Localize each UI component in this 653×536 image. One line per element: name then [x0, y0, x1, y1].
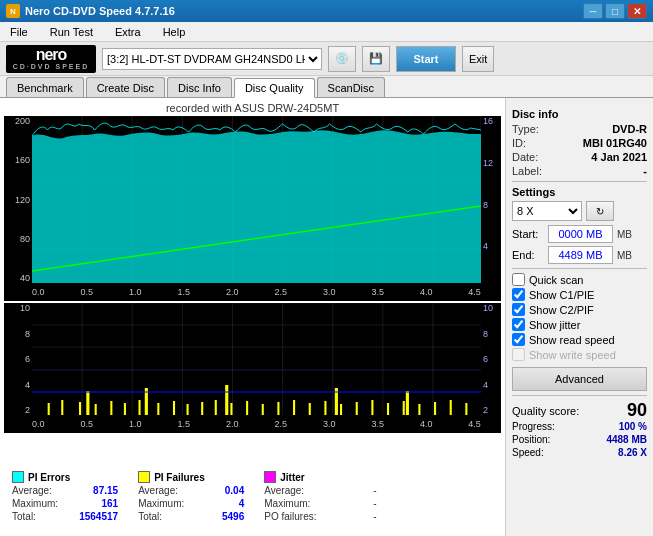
right-panel: Disc info Type: DVD-R ID: MBI 01RG40 Dat… [505, 98, 653, 536]
main-content: recorded with ASUS DRW-24D5MT 200 160 12… [0, 98, 653, 536]
svg-rect-31 [95, 404, 97, 415]
pi-errors-label: PI Errors [28, 472, 70, 483]
label-label: Label: [512, 165, 542, 177]
pi-failures-color [138, 471, 150, 483]
start-label: Start: [512, 228, 544, 240]
position-label: Position: [512, 434, 550, 445]
disc-eject-button[interactable]: 💿 [328, 46, 356, 72]
end-mb: MB [617, 250, 632, 261]
tab-create-disc[interactable]: Create Disc [86, 77, 165, 97]
svg-rect-34 [139, 400, 141, 415]
save-icon: 💾 [369, 52, 383, 65]
show-jitter-row: Show jitter [512, 318, 647, 331]
quality-score-value: 90 [627, 400, 647, 421]
divider-2 [512, 268, 647, 269]
tab-bar: Benchmark Create Disc Disc Info Disc Qua… [0, 76, 653, 98]
svg-rect-32 [110, 401, 112, 415]
pi-errors-total-value: 1564517 [68, 511, 118, 522]
show-jitter-checkbox[interactable] [512, 318, 525, 331]
refresh-button[interactable]: ↻ [586, 201, 614, 221]
svg-rect-40 [230, 403, 232, 415]
menu-extra[interactable]: Extra [109, 24, 147, 40]
top-chart: 200 160 120 80 40 16 12 8 4 [4, 116, 501, 301]
advanced-button[interactable]: Advanced [512, 367, 647, 391]
menu-run-test[interactable]: Run Test [44, 24, 99, 40]
type-row: Type: DVD-R [512, 123, 647, 135]
bottom-x-axis: 0.0 0.5 1.0 1.5 2.0 2.5 3.0 3.5 4.0 4.5 [32, 415, 481, 433]
start-field-row: Start: MB [512, 225, 647, 243]
maximize-button[interactable]: □ [605, 3, 625, 19]
menu-file[interactable]: File [4, 24, 34, 40]
end-input[interactable] [548, 246, 613, 264]
position-value: 4488 MB [606, 434, 647, 445]
show-c1-checkbox[interactable] [512, 288, 525, 301]
progress-label: Progress: [512, 421, 555, 432]
type-label: Type: [512, 123, 539, 135]
jitter-po-value: - [327, 511, 377, 522]
pi-errors-stat: PI Errors Average: 87.15 Maximum: 161 To… [12, 471, 118, 528]
menu-help[interactable]: Help [157, 24, 192, 40]
minimize-button[interactable]: ─ [583, 3, 603, 19]
top-x-axis: 0.0 0.5 1.0 1.5 2.0 2.5 3.0 3.5 4.0 4.5 [32, 283, 481, 301]
tab-scan-disc[interactable]: ScanDisc [317, 77, 385, 97]
pi-failures-label: PI Failures [154, 472, 205, 483]
date-value: 4 Jan 2021 [591, 151, 647, 163]
pi-failures-max-label: Maximum: [138, 498, 184, 509]
quick-scan-row: Quick scan [512, 273, 647, 286]
show-write-checkbox[interactable] [512, 348, 525, 361]
quality-score-row: Quality score: 90 [512, 400, 647, 421]
svg-rect-28 [48, 403, 50, 415]
pi-errors-avg-value: 87.15 [68, 485, 118, 496]
save-button[interactable]: 💾 [362, 46, 390, 72]
show-c1-row: Show C1/PIE [512, 288, 647, 301]
show-jitter-label: Show jitter [529, 319, 580, 331]
svg-rect-35 [157, 403, 159, 415]
stats-area: PI Errors Average: 87.15 Maximum: 161 To… [4, 467, 501, 532]
svg-rect-51 [403, 401, 405, 415]
speed-label: Speed: [512, 447, 544, 458]
show-c2-checkbox[interactable] [512, 303, 525, 316]
drive-select[interactable]: [3:2] HL-DT-ST DVDRAM GH24NSD0 LH00 [102, 48, 322, 70]
tab-disc-quality[interactable]: Disc Quality [234, 78, 315, 98]
speed-setting-row: 8 X 4 X 2 X Max ↻ [512, 201, 647, 221]
svg-rect-47 [340, 404, 342, 415]
show-read-row: Show read speed [512, 333, 647, 346]
end-label: End: [512, 249, 544, 261]
svg-rect-49 [371, 400, 373, 415]
jitter-max-label: Maximum: [264, 498, 310, 509]
svg-rect-44 [293, 400, 295, 415]
show-read-checkbox[interactable] [512, 333, 525, 346]
svg-rect-29 [61, 400, 63, 415]
top-y-axis-left: 200 160 120 80 40 [4, 116, 32, 283]
exit-button[interactable]: Exit [462, 46, 494, 72]
start-input[interactable] [548, 225, 613, 243]
pi-failures-avg-value: 0.04 [194, 485, 244, 496]
svg-rect-33 [124, 403, 126, 415]
chart-area: recorded with ASUS DRW-24D5MT 200 160 12… [0, 98, 505, 536]
svg-rect-30 [79, 402, 81, 415]
pi-errors-avg-label: Average: [12, 485, 52, 496]
end-field-row: End: MB [512, 246, 647, 264]
close-button[interactable]: ✕ [627, 3, 647, 19]
jitter-label: Jitter [280, 472, 304, 483]
show-write-label: Show write speed [529, 349, 616, 361]
date-label: Date: [512, 151, 538, 163]
quick-scan-checkbox[interactable] [512, 273, 525, 286]
divider-3 [512, 395, 647, 396]
tab-disc-info[interactable]: Disc Info [167, 77, 232, 97]
menu-bar: File Run Test Extra Help [0, 22, 653, 42]
show-read-label: Show read speed [529, 334, 615, 346]
progress-row: Progress: 100 % [512, 421, 647, 432]
speed-select[interactable]: 8 X 4 X 2 X Max [512, 201, 582, 221]
label-value: - [643, 165, 647, 177]
tab-benchmark[interactable]: Benchmark [6, 77, 84, 97]
pi-errors-max-value: 161 [68, 498, 118, 509]
type-value: DVD-R [612, 123, 647, 135]
svg-rect-38 [201, 402, 203, 415]
bottom-chart-plot [32, 303, 481, 415]
svg-rect-41 [246, 401, 248, 415]
start-button[interactable]: Start [396, 46, 456, 72]
position-row: Position: 4488 MB [512, 434, 647, 445]
label-row: Label: - [512, 165, 647, 177]
window-title: Nero CD-DVD Speed 4.7.7.16 [25, 5, 175, 17]
